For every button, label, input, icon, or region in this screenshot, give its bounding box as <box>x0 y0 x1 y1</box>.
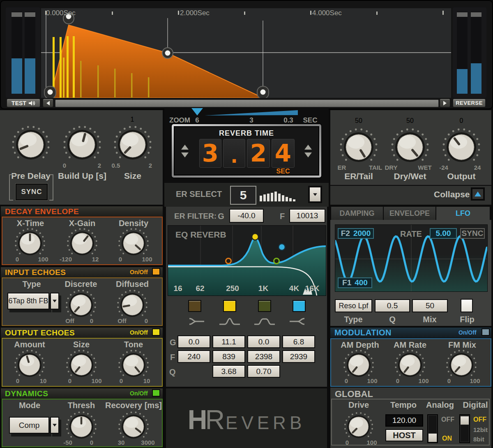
envelope-graph[interactable] <box>41 8 451 98</box>
lfo-rate-value[interactable]: 5.00 <box>430 228 457 239</box>
eq-freq-16k: 16K <box>305 284 320 293</box>
lfo-f2-badge[interactable]: F22000 <box>338 228 374 239</box>
collapse-button[interactable] <box>471 187 485 201</box>
reverb-time-digit-3[interactable]: 4 <box>272 139 295 168</box>
build-up-knob[interactable] <box>61 123 104 166</box>
eq-row-f-label: F <box>170 353 175 362</box>
eq-band2-button[interactable] <box>223 300 236 312</box>
output-echoes-toggle[interactable] <box>152 328 160 336</box>
eq-title: EQ REVERB <box>175 230 226 240</box>
reverb-time-digit-1[interactable]: 3 <box>199 139 221 168</box>
eq-row-q-label: Q <box>169 367 176 377</box>
drive-label: Drive <box>348 400 369 410</box>
digital-switch-handle[interactable] <box>460 416 469 425</box>
x-gain-max: 12 <box>92 256 99 263</box>
eq-band4-button[interactable] <box>293 300 306 312</box>
digital-off-label: OFF <box>473 416 486 423</box>
lfo-graph[interactable]: F22000 RATE 5.00 SYNC F1400 <box>335 224 488 292</box>
output-knob[interactable] <box>440 126 483 169</box>
scroll-left-button[interactable] <box>43 99 53 107</box>
thresh-max: 0 <box>90 439 93 446</box>
eq-f1[interactable]: 240 <box>177 350 210 363</box>
er-select-value[interactable]: 5 <box>230 186 256 205</box>
decay-envelope-title: DECAY ENVELOPE <box>5 207 79 216</box>
thresh-label: Thresh <box>68 401 95 410</box>
eq-row-g-label: G <box>170 338 176 347</box>
lfo-sync-button[interactable]: SYNC <box>460 228 485 239</box>
er-filter-g-value[interactable]: -40.0 <box>229 209 264 223</box>
zoom-pointer <box>191 108 203 115</box>
eq-f2[interactable]: 839 <box>212 350 245 363</box>
dynamics-toggle[interactable] <box>152 389 160 397</box>
input-type-dropdown-arrow[interactable] <box>50 293 59 309</box>
drywet-top: 50 <box>406 117 414 125</box>
modulation-title: MODULATION <box>334 328 392 337</box>
am-depth-min: 0 <box>345 377 348 384</box>
discrete-max: 0 <box>90 317 93 324</box>
lfo-type-field[interactable]: Reso Lpf <box>335 299 372 312</box>
output-min: -24 <box>439 164 448 171</box>
reverse-button[interactable]: REVERSE <box>453 99 486 107</box>
envelope-display[interactable]: 0.000Sec 2.000Sec 4.000Sec <box>41 8 451 98</box>
scroll-right-button[interactable] <box>440 99 450 107</box>
eq-f4[interactable]: 2939 <box>282 350 315 363</box>
ertail-min: ER <box>338 164 346 171</box>
speaker-icon <box>29 100 35 106</box>
analog-switch[interactable] <box>427 414 438 443</box>
digital-switch[interactable] <box>459 414 470 443</box>
host-button[interactable]: HOST <box>385 429 423 441</box>
er-select-label: ER SELECT <box>176 189 222 199</box>
mode-dropdown[interactable]: Comp <box>9 417 49 434</box>
analog-switch-handle[interactable] <box>428 433 437 442</box>
eq-graph[interactable]: EQ REVERB <box>168 225 326 296</box>
diffused-max: 0 <box>145 317 148 324</box>
test-button[interactable]: TEST <box>7 99 40 107</box>
reverb-time-digit-2[interactable]: 2 <box>247 139 270 168</box>
input-type-dropdown[interactable]: 6Tap 8th FB <box>7 293 49 309</box>
eq-freq-16: 16 <box>173 284 182 293</box>
meter-fill <box>12 58 22 94</box>
er-tail-label: ER/Tail <box>344 171 373 181</box>
eq-g1[interactable]: 0.0 <box>177 335 210 348</box>
er-tail-knob[interactable] <box>337 126 380 169</box>
zoom-tick-03: 0.3 <box>283 116 293 125</box>
input-echoes-toggle[interactable] <box>152 268 160 275</box>
eq-g2[interactable]: 11.1 <box>212 335 245 348</box>
lfo-mix-field[interactable]: 50 <box>412 299 448 312</box>
eq-g3[interactable]: 0.0 <box>247 335 280 348</box>
size-knob[interactable] <box>111 123 154 166</box>
tab-lfo[interactable]: LFO <box>436 207 490 220</box>
er-filter-g-label: G <box>218 212 224 221</box>
er-select-dropdown[interactable] <box>308 186 322 203</box>
tab-damping[interactable]: DAMPING <box>331 207 383 220</box>
dynamics-title: DYNAMICS <box>5 389 48 398</box>
time-label-2: 2.000Sec <box>180 9 210 17</box>
pre-delay-knob[interactable] <box>9 123 52 166</box>
meter-cap <box>25 12 35 17</box>
eq-q2[interactable]: 3.68 <box>212 365 245 378</box>
reverb-time-unit: SEC <box>276 168 290 175</box>
dynamics-onoff-label: On/Off <box>130 390 148 397</box>
dry-wet-knob[interactable] <box>389 126 431 169</box>
lfo-q-field[interactable]: 0.5 <box>375 299 410 312</box>
amount-min: 0 <box>16 377 19 384</box>
tempo-display[interactable]: 120.00 <box>385 414 423 427</box>
tab-envelope[interactable]: ENVELOPE <box>384 207 435 220</box>
drive-knob[interactable] <box>342 410 375 443</box>
low-shelf-icon <box>184 316 206 326</box>
lfo-flip-button[interactable] <box>461 299 473 312</box>
eq-f3[interactable]: 2398 <box>247 350 280 363</box>
lfo-f1-badge[interactable]: F1400 <box>338 277 372 288</box>
modulation-toggle[interactable] <box>481 328 490 336</box>
eq-q3[interactable]: 0.70 <box>247 365 280 378</box>
zoom-tick-3: 3 <box>249 116 253 125</box>
mode-dropdown-arrow[interactable] <box>50 417 59 434</box>
am-rate-max: 100 <box>418 377 428 384</box>
reverb-time-spinner-left[interactable] <box>181 145 189 157</box>
eq-g4[interactable]: 6.8 <box>282 335 315 348</box>
eq-band1-button[interactable] <box>188 300 201 312</box>
eq-band3-button[interactable] <box>258 300 271 312</box>
er-filter-f-value[interactable]: 10013 <box>289 209 325 223</box>
reverb-time-spinner-right[interactable] <box>304 145 312 157</box>
sync-button[interactable]: SYNC <box>16 184 48 200</box>
